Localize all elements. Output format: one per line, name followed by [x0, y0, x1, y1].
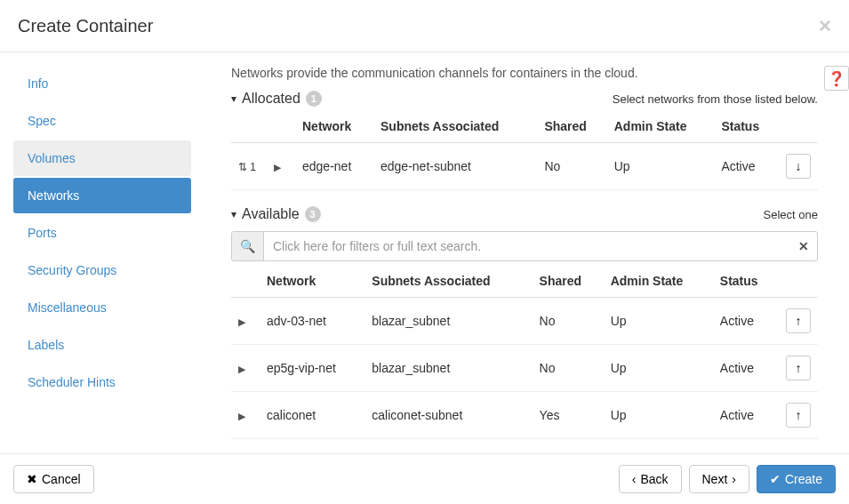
sidebar-item-labels[interactable]: Labels [13, 327, 191, 363]
col-reorder [231, 110, 267, 143]
cell-subnets: blazar_subnet [364, 345, 532, 392]
cell-network: edge-net [295, 143, 373, 190]
cell-network: adv-03-net [260, 298, 364, 345]
col-action [779, 265, 818, 298]
arrow-up-icon: ↑ [796, 408, 802, 422]
chevron-left-icon: ‹ [632, 472, 637, 486]
cell-subnets: blazar_subnet [364, 298, 532, 345]
sidebar-item-info[interactable]: Info [13, 66, 191, 101]
clear-search-icon[interactable]: ✕ [790, 232, 817, 260]
cell-shared: No [537, 143, 606, 190]
col-status: Status [713, 265, 779, 298]
chevron-right-icon[interactable]: ▶ [238, 316, 249, 328]
create-button[interactable]: ✔ Create [757, 465, 836, 493]
col-admin: Admin State [607, 110, 715, 143]
arrow-up-icon: ↑ [796, 314, 802, 328]
col-shared: Shared [537, 110, 606, 143]
next-label: Next [702, 472, 728, 486]
cell-shared: Yes [533, 392, 604, 439]
cell-admin: Up [607, 143, 715, 190]
cell-subnets: caliconet-subnet [364, 392, 532, 439]
cell-status: Active [713, 345, 779, 392]
search-bar: 🔍 ✕ [231, 231, 818, 261]
table-row: ▶caliconetcaliconet-subnetYesUpActive↑ [231, 392, 818, 439]
col-subnets: Subnets Associated [373, 110, 537, 143]
main-panel: Networks provide the communication chann… [200, 66, 836, 440]
chevron-right-icon[interactable]: ▶ [238, 364, 249, 375]
chevron-right-icon[interactable]: ▶ [274, 162, 284, 173]
col-admin: Admin State [604, 265, 713, 298]
chevron-down-icon: ▾ [231, 208, 236, 220]
table-row: ▶ep5g-vip-netblazar_subnetNoUpActive↑ [231, 345, 818, 392]
create-label: Create [785, 472, 822, 486]
allocated-toggle[interactable]: ▾ Allocated 1 [231, 91, 322, 107]
cell-admin: Up [604, 298, 713, 345]
available-toggle[interactable]: ▾ Available 3 [231, 206, 321, 222]
available-hint: Select one [764, 208, 818, 221]
sidebar: InfoSpecVolumesNetworksPortsSecurity Gro… [13, 66, 200, 440]
arrow-down-icon: ↓ [796, 159, 802, 173]
cell-status: Active [714, 143, 779, 190]
allocated-table: Network Subnets Associated Shared Admin … [231, 110, 818, 190]
cell-admin: Up [604, 392, 713, 439]
cell-status: Active [713, 392, 779, 439]
sidebar-item-miscellaneous[interactable]: Miscellaneous [13, 290, 191, 325]
back-button[interactable]: ‹ Back [619, 465, 682, 493]
arrow-up-icon: ↑ [796, 361, 802, 375]
check-icon: ✔ [770, 472, 781, 486]
available-table: Network Subnets Associated Shared Admin … [231, 265, 818, 439]
help-button[interactable]: ❓ [824, 66, 849, 91]
search-input[interactable] [264, 232, 790, 260]
reorder-handle[interactable]: ⇅ 1 [238, 161, 256, 173]
sidebar-item-volumes[interactable]: Volumes [13, 140, 191, 176]
cell-admin: Up [604, 345, 713, 392]
allocated-count-badge: 1 [306, 91, 322, 107]
question-icon: ❓ [828, 70, 845, 87]
close-icon: ✖ [27, 472, 37, 486]
sidebar-item-networks[interactable]: Networks [13, 178, 191, 213]
available-count-badge: 3 [305, 206, 321, 222]
sidebar-item-scheduler-hints[interactable]: Scheduler Hints [13, 364, 191, 400]
allocated-title: Allocated [242, 91, 300, 107]
add-button[interactable]: ↑ [786, 403, 811, 428]
col-subnets: Subnets Associated [364, 265, 532, 298]
sidebar-item-spec[interactable]: Spec [13, 103, 191, 139]
cell-shared: No [533, 345, 604, 392]
table-row: ⇅ 1▶edge-netedge-net-subnetNoUpActive↓ [231, 143, 818, 190]
add-button[interactable]: ↑ [786, 308, 811, 333]
col-shared: Shared [533, 265, 604, 298]
cell-shared: No [533, 298, 604, 345]
remove-button[interactable]: ↓ [786, 154, 811, 179]
chevron-right-icon[interactable]: ▶ [238, 411, 249, 422]
col-network: Network [260, 265, 364, 298]
cell-status: Active [713, 298, 779, 345]
table-row: ▶adv-03-netblazar_subnetNoUpActive↑ [231, 298, 818, 345]
back-label: Back [640, 472, 668, 486]
chevron-right-icon: › [732, 472, 736, 486]
col-action [779, 110, 818, 143]
cell-network: caliconet [260, 392, 364, 439]
cell-subnets: edge-net-subnet [373, 143, 537, 190]
add-button[interactable]: ↑ [786, 356, 811, 380]
sidebar-item-ports[interactable]: Ports [13, 215, 191, 251]
chevron-down-icon: ▾ [231, 92, 236, 105]
search-icon[interactable]: 🔍 [232, 232, 264, 260]
col-expand [231, 265, 260, 298]
modal-title: Create Container [18, 16, 153, 36]
available-title: Available [242, 206, 300, 222]
allocated-hint: Select networks from those listed below. [613, 92, 818, 106]
col-expand [267, 110, 295, 143]
cell-network: ep5g-vip-net [260, 345, 364, 392]
col-network: Network [295, 110, 373, 143]
cancel-button[interactable]: ✖ Cancel [13, 465, 94, 493]
col-status: Status [714, 110, 779, 143]
cancel-label: Cancel [42, 472, 81, 486]
intro-text: Networks provide the communication chann… [231, 66, 818, 80]
sidebar-item-security-groups[interactable]: Security Groups [13, 252, 191, 288]
close-icon[interactable]: × [819, 13, 831, 38]
next-button[interactable]: Next › [689, 465, 749, 493]
